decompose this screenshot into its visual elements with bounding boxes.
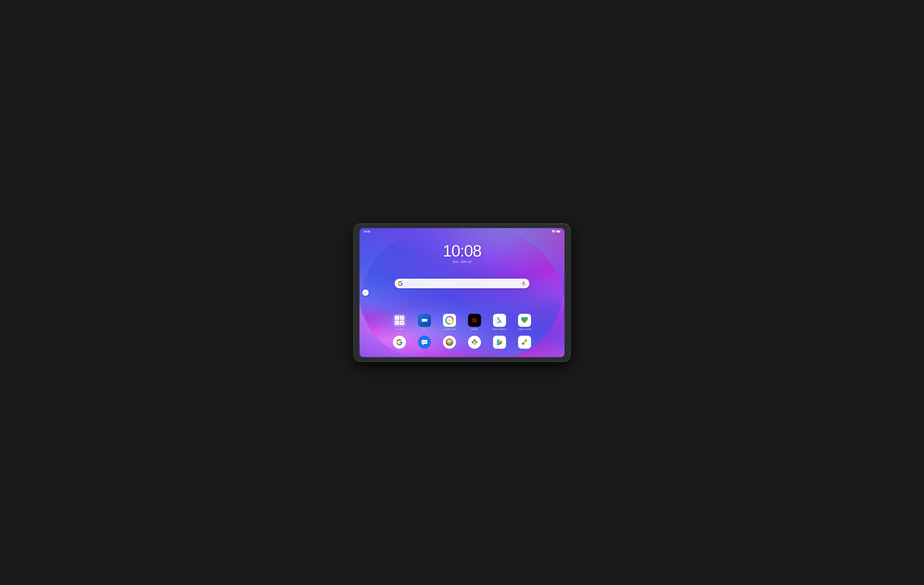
app-label-google-lens: Google Lens: [443, 328, 457, 331]
app-item-messages[interactable]: [417, 336, 432, 350]
clock-time: 10:08: [443, 243, 481, 259]
google-g-icon: [393, 336, 406, 349]
google-lens-icon: [443, 314, 456, 327]
netflix-icon: N: [468, 314, 481, 327]
app-item-play-store[interactable]: [492, 336, 507, 350]
play-store-icon: [493, 336, 506, 349]
app-label-netflix: Netflix: [471, 328, 478, 331]
svg-point-11: [449, 320, 450, 321]
clock-section: 10:08 Sun, JAN 19: [443, 243, 481, 263]
app-item-google-assistant[interactable]: [467, 336, 482, 350]
app-item-netflix[interactable]: N Netflix: [467, 314, 482, 331]
google-assistant-icon: [468, 336, 481, 349]
app-label-tablet-center: Tablet center: [518, 328, 531, 331]
app-item-duo[interactable]: Duo: [417, 314, 432, 331]
google-logo: [398, 281, 403, 286]
mic-icon: [521, 281, 526, 286]
svg-rect-1: [556, 231, 560, 233]
search-bar[interactable]: [394, 279, 530, 288]
duo-icon: [418, 314, 431, 327]
side-google-icon[interactable]: [362, 289, 369, 296]
app-item-google-folder[interactable]: G M ▶ Google: [392, 314, 407, 331]
google-photos-icon: [518, 336, 531, 349]
svg-text:N: N: [472, 317, 477, 324]
status-icons: [551, 230, 561, 233]
status-bar: 10:08: [360, 228, 564, 235]
battery-icon: [556, 230, 561, 233]
wifi-icon: [551, 230, 555, 233]
app-item-google-lens[interactable]: Google Lens: [442, 314, 457, 331]
app-label-duo: Duo: [422, 328, 427, 331]
tablet-device: 10:08: [354, 224, 570, 362]
tablet-screen: 10:08: [360, 228, 564, 357]
app-item-google-photos[interactable]: [517, 336, 532, 350]
svg-point-0: [553, 232, 554, 233]
front-camera: [461, 226, 463, 228]
google-folder-icon: G M ▶: [393, 314, 406, 327]
messages-icon: [418, 336, 431, 349]
app-item-google-g[interactable]: [392, 336, 407, 350]
chrome-icon: [443, 336, 456, 349]
app-item-tablet-center[interactable]: Tablet center: [517, 314, 532, 331]
app-item-instant-memo[interactable]: Instant Memo: [492, 314, 507, 331]
app-item-chrome[interactable]: [442, 336, 457, 350]
clock-date: Sun, JAN 19: [443, 260, 481, 263]
app-label-instant-memo: Instant Memo: [492, 328, 507, 331]
app-row-2: [360, 336, 564, 350]
tablet-center-icon: [518, 314, 531, 327]
app-row-1: G M ▶ Google: [360, 314, 564, 331]
svg-point-32: [449, 342, 450, 343]
svg-point-26: [424, 342, 425, 342]
svg-rect-6: [422, 319, 426, 322]
svg-rect-2: [560, 231, 561, 232]
instant-memo-icon: [493, 314, 506, 327]
svg-point-27: [426, 342, 426, 342]
svg-point-4: [402, 322, 403, 324]
svg-point-38: [474, 341, 475, 343]
status-time: 10:08: [363, 230, 370, 233]
app-label-google: Google: [396, 328, 403, 331]
svg-point-25: [422, 342, 424, 342]
